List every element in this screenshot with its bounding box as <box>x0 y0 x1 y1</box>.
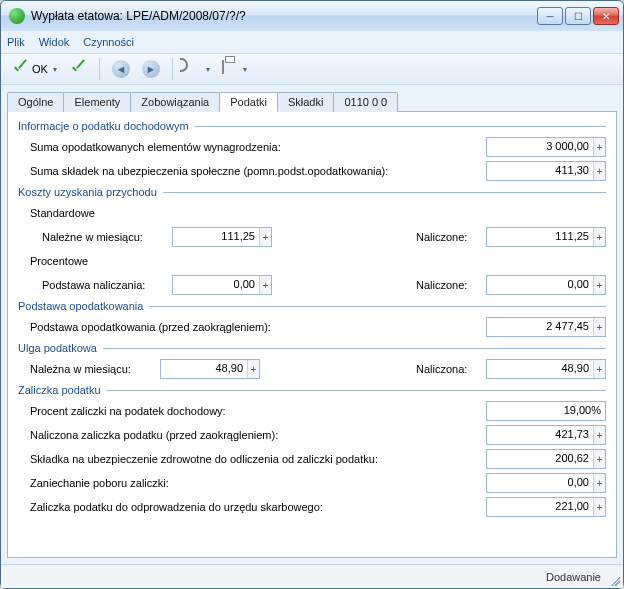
nalezne-field[interactable]: 111,25 + <box>172 227 272 247</box>
tab-podatki[interactable]: Podatki <box>219 92 278 112</box>
group-title: Informacje o podatku dochodowym <box>18 120 606 132</box>
forward-button[interactable]: ► <box>138 58 164 80</box>
plus-icon[interactable]: + <box>593 318 605 336</box>
tab-skladki[interactable]: Składki <box>277 92 334 112</box>
arrow-right-icon: ► <box>142 60 160 78</box>
close-icon: ✕ <box>602 11 610 22</box>
check-icon <box>69 60 87 78</box>
value: 111,25 <box>487 228 593 246</box>
zaniechanie-field[interactable]: 0,00 + <box>486 473 606 493</box>
value: 48,90 <box>487 360 593 378</box>
label: Podstawa opodatkowania (przed zaokrąglen… <box>30 321 271 333</box>
zaliczka-odprowadzenie-field[interactable]: 221,00 + <box>486 497 606 517</box>
group-koszty: Koszty uzyskania przychodu Standardowe N… <box>18 186 606 296</box>
value: 0,00 <box>487 276 593 294</box>
value: 200,62 <box>487 450 593 468</box>
plus-icon[interactable]: + <box>593 498 605 516</box>
group-zaliczka: Zaliczka podatku Procent zaliczki na pod… <box>18 384 606 518</box>
check-icon <box>11 60 29 78</box>
tab-panel: Informacje o podatku dochodowym Suma opo… <box>7 111 617 558</box>
label: Suma składek na ubezpieczenia społeczne … <box>30 165 388 177</box>
resize-grip[interactable] <box>608 574 620 586</box>
window-controls: ─ ☐ ✕ <box>537 7 619 25</box>
value: 0,00 <box>487 474 593 492</box>
group-informacje: Informacje o podatku dochodowym Suma opo… <box>18 120 606 182</box>
group-title: Zaliczka podatku <box>18 384 606 396</box>
toolbar: OK ▾ ◄ ► ▾ ▾ <box>1 53 623 85</box>
group-podstawa: Podstawa opodatkowania Podstawa opodatko… <box>18 300 606 338</box>
plus-icon[interactable]: + <box>593 450 605 468</box>
chevron-down-icon: ▾ <box>53 65 57 74</box>
plus-icon[interactable]: + <box>593 360 605 378</box>
close-button[interactable]: ✕ <box>593 7 619 25</box>
ulga-naliczona-field[interactable]: 48,90 + <box>486 359 606 379</box>
status-text: Dodawanie <box>546 571 601 583</box>
plus-icon[interactable]: + <box>593 426 605 444</box>
plus-icon[interactable]: + <box>593 162 605 180</box>
menu-actions[interactable]: Czynności <box>83 36 134 48</box>
value: 2 477,45 <box>487 318 593 336</box>
procent-zaliczki-field[interactable]: 19,00% <box>486 401 606 421</box>
value: 421,73 <box>487 426 593 444</box>
skladka-zdrowotna-field[interactable]: 200,62 + <box>486 449 606 469</box>
value: 48,90 <box>161 360 247 378</box>
value: 411,30 <box>487 162 593 180</box>
chevron-down-icon: ▾ <box>206 65 210 74</box>
ulga-nalezna-field[interactable]: 48,90 + <box>160 359 260 379</box>
back-button[interactable]: ◄ <box>108 58 134 80</box>
minimize-button[interactable]: ─ <box>537 7 563 25</box>
sub-label: Standardowe <box>30 207 95 219</box>
plus-icon[interactable]: + <box>593 474 605 492</box>
group-ulga: Ulga podatkowa Należna w miesiącu: 48,90… <box>18 342 606 380</box>
tab-zobowiazania[interactable]: Zobowiązania <box>130 92 220 112</box>
plus-icon[interactable]: + <box>593 228 605 246</box>
naliczone-proc-field[interactable]: 0,00 + <box>486 275 606 295</box>
print-button[interactable]: ▾ <box>218 59 251 79</box>
label: Podstawa naliczania: <box>42 279 172 291</box>
label: Naliczona zaliczka podatku (przed zaokrą… <box>30 429 278 441</box>
value: 111,25 <box>173 228 259 246</box>
app-icon <box>9 8 25 24</box>
group-title: Ulga podatkowa <box>18 342 606 354</box>
podstawa-naliczania-field[interactable]: 0,00 + <box>172 275 272 295</box>
toolbar-separator <box>99 58 100 80</box>
plus-icon[interactable]: + <box>593 138 605 156</box>
plus-icon[interactable]: + <box>247 360 259 378</box>
ok-button[interactable]: OK ▾ <box>7 58 61 80</box>
plus-icon[interactable]: + <box>593 276 605 294</box>
titlebar: Wypłata etatowa: LPE/ADM/2008/07/?/? ─ ☐… <box>1 1 623 31</box>
label: Naliczone: <box>416 279 486 291</box>
maximize-button[interactable]: ☐ <box>565 7 591 25</box>
ok-label: OK <box>32 63 48 75</box>
menu-view[interactable]: Widok <box>39 36 70 48</box>
toolbar-separator <box>172 58 173 80</box>
sub-label: Procentowe <box>30 255 88 267</box>
naliczone-field[interactable]: 111,25 + <box>486 227 606 247</box>
value: 0,00 <box>173 276 259 294</box>
tab-elementy[interactable]: Elementy <box>63 92 131 112</box>
label: Należna w miesiącu: <box>30 363 160 375</box>
label: Naliczone: <box>416 231 486 243</box>
label: Naliczona: <box>416 363 486 375</box>
suma-skladek-field[interactable]: 411,30 + <box>486 161 606 181</box>
plus-icon[interactable]: + <box>259 276 271 294</box>
tab-0110[interactable]: 0110 0 0 <box>333 92 398 112</box>
window-title: Wypłata etatowa: LPE/ADM/2008/07/?/? <box>31 9 537 23</box>
podstawa-field[interactable]: 2 477,45 + <box>486 317 606 337</box>
apply-button[interactable] <box>65 58 91 80</box>
tab-ogolne[interactable]: Ogólne <box>7 92 64 112</box>
group-title: Podstawa opodatkowania <box>18 300 606 312</box>
arrow-left-icon: ◄ <box>112 60 130 78</box>
plus-icon[interactable]: + <box>259 228 271 246</box>
menu-file[interactable]: Plik <box>7 36 25 48</box>
label: Należne w miesiącu: <box>42 231 172 243</box>
naliczona-zaliczka-field[interactable]: 421,73 + <box>486 425 606 445</box>
suma-opodatkowanych-field[interactable]: 3 000,00 + <box>486 137 606 157</box>
tools-button[interactable]: ▾ <box>181 59 214 79</box>
value: 3 000,00 <box>487 138 593 156</box>
label: Procent zaliczki na podatek dochodowy: <box>30 405 226 417</box>
menubar: Plik Widok Czynności <box>1 31 623 53</box>
minimize-icon: ─ <box>546 11 553 22</box>
window-frame: Wypłata etatowa: LPE/ADM/2008/07/?/? ─ ☐… <box>0 0 624 589</box>
value: 221,00 <box>487 498 593 516</box>
